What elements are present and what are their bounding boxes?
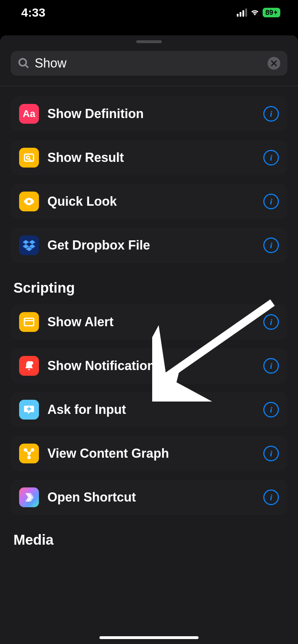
battery-indicator: 89 <box>263 8 280 17</box>
action-label: Show Result <box>47 150 255 165</box>
svg-point-5 <box>27 156 30 159</box>
action-get-dropbox-file[interactable]: Get Dropbox File i <box>11 228 287 263</box>
svg-line-17 <box>25 450 29 453</box>
section-header-media: Media <box>13 532 287 548</box>
info-button[interactable]: i <box>263 150 279 165</box>
info-button[interactable]: i <box>263 490 279 505</box>
action-show-notification[interactable]: Show Notification i <box>11 348 287 384</box>
status-right: 89 <box>237 8 280 17</box>
alert-icon <box>19 312 39 332</box>
cellular-signal-icon <box>237 8 247 17</box>
home-indicator[interactable] <box>99 636 199 639</box>
search-field[interactable] <box>11 51 287 76</box>
sheet-grabber[interactable] <box>136 40 162 43</box>
shortcut-icon <box>19 487 39 507</box>
dropbox-icon <box>19 235 39 255</box>
svg-point-0 <box>19 59 26 66</box>
notification-icon <box>19 356 39 376</box>
action-label: Show Definition <box>47 106 255 121</box>
action-show-definition[interactable]: Aa Show Definition i <box>11 96 287 131</box>
action-sheet: Aa Show Definition i Show Result i Quick… <box>0 35 298 644</box>
info-button[interactable]: i <box>263 446 279 461</box>
info-button[interactable]: i <box>263 402 279 417</box>
action-label: Show Alert <box>47 315 255 329</box>
action-label: Open Shortcut <box>47 490 255 505</box>
info-button[interactable]: i <box>263 106 279 122</box>
status-time: 4:33 <box>21 6 45 19</box>
info-button[interactable]: i <box>263 314 279 330</box>
info-button[interactable]: i <box>263 194 279 209</box>
search-icon <box>18 57 30 69</box>
svg-line-18 <box>29 450 33 453</box>
svg-line-6 <box>29 159 31 160</box>
action-show-alert[interactable]: Show Alert i <box>11 304 287 340</box>
graph-icon <box>19 444 39 463</box>
input-icon <box>19 400 39 420</box>
action-label: View Content Graph <box>47 446 255 461</box>
search-input[interactable] <box>35 56 263 71</box>
action-label: Get Dropbox File <box>47 238 255 253</box>
clear-search-button[interactable] <box>268 57 280 70</box>
action-open-shortcut[interactable]: Open Shortcut i <box>11 480 287 515</box>
svg-point-10 <box>29 361 33 365</box>
action-label: Show Notification <box>47 358 255 373</box>
action-label: Ask for Input <box>47 402 255 417</box>
definition-icon: Aa <box>19 104 39 124</box>
wifi-icon <box>250 8 260 16</box>
action-label: Quick Look <box>47 194 255 209</box>
info-button[interactable]: i <box>263 358 279 374</box>
action-quick-look[interactable]: Quick Look i <box>11 184 287 219</box>
action-ask-for-input[interactable]: Ask for Input i <box>11 392 287 427</box>
info-button[interactable]: i <box>263 238 279 253</box>
action-view-content-graph[interactable]: View Content Graph i <box>11 436 287 471</box>
section-header-scripting: Scripting <box>13 280 287 296</box>
svg-point-7 <box>28 200 31 203</box>
result-icon <box>19 148 39 168</box>
svg-line-1 <box>25 65 28 68</box>
action-show-result[interactable]: Show Result i <box>11 140 287 175</box>
status-bar: 4:33 89 <box>0 0 298 25</box>
quicklook-icon <box>19 192 39 211</box>
svg-rect-8 <box>24 318 34 326</box>
